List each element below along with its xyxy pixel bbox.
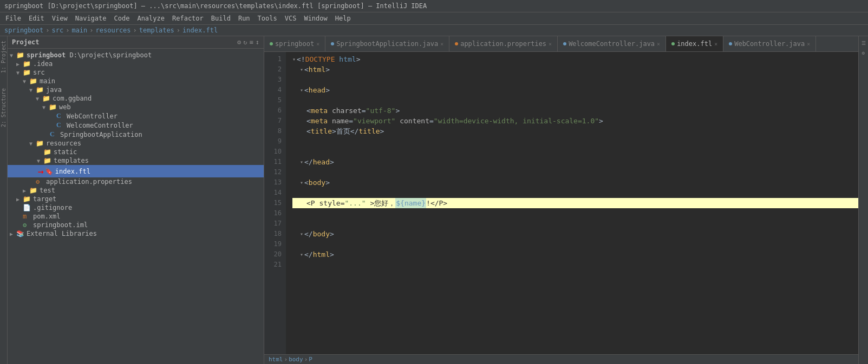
breadcrumb-item-resources[interactable]: resources — [96, 27, 131, 34]
tab-springboot[interactable]: springboot × — [264, 36, 325, 51]
tab-springbootapp[interactable]: SpringbootApplication.java × — [325, 36, 449, 51]
tree-item-com-ggband[interactable]: ▼ 📁 com.ggband — [8, 94, 264, 103]
folder-icon: 📁 — [43, 148, 52, 156]
code-line-5 — [292, 95, 858, 105]
breadcrumb-sep2: › — [304, 356, 308, 363]
code-line-14 — [292, 188, 858, 198]
menu-item-analyze[interactable]: Analyze — [134, 14, 168, 23]
tree-item-webcontroller[interactable]: C WebController — [8, 111, 264, 121]
right-tab-gear[interactable]: ⚙ — [860, 48, 867, 58]
menu-item-window[interactable]: Window — [301, 14, 330, 23]
breadcrumb-bar: springboot › src › main › resources › te… — [0, 25, 868, 36]
folder-icon: 📁 — [29, 187, 38, 194]
tree-item-application-properties[interactable]: ⚙ application.properties — [8, 177, 264, 186]
right-sidebar: ☰ ⚙ — [858, 36, 868, 364]
fold-icon[interactable]: ▾ — [300, 64, 303, 75]
tree-label: .gitignore — [33, 204, 72, 211]
menu-item-tools[interactable]: Tools — [254, 14, 280, 23]
breadcrumb-item-springboot[interactable]: springboot — [4, 27, 43, 34]
panel-action-expand[interactable]: ↕ — [256, 38, 259, 46]
tree-item-pom-xml[interactable]: m pom.xml — [8, 212, 264, 221]
menu-item-help[interactable]: Help — [332, 14, 354, 23]
fold-icon[interactable]: ▾ — [300, 177, 303, 188]
tree-item-templates[interactable]: ▼ 📁 templates — [8, 156, 264, 165]
sidebar-tab-structure[interactable]: 2: Structure — [0, 86, 7, 129]
fold-icon[interactable]: ▾ — [300, 85, 303, 95]
code-editor[interactable]: 12345 678910 1112131415 1617181920 21 ▾ … — [264, 52, 858, 354]
panel-action-collapse[interactable]: ≡ — [250, 38, 253, 46]
tab-welcomecontroller[interactable]: WelcomeController.java × — [558, 36, 666, 51]
ftl-icon: 🔖 — [45, 168, 54, 175]
iml-icon: ⚙ — [23, 221, 31, 229]
tab-close-index-ftl[interactable]: × — [714, 41, 717, 47]
fold-icon[interactable]: ▾ — [300, 249, 303, 260]
tab-webcontroller[interactable]: WebController.java × — [723, 36, 816, 51]
fold-icon[interactable]: ▾ — [300, 229, 303, 239]
code-line-1: ▾ <!DOCTYPE html> — [292, 54, 858, 64]
menu-item-vcs[interactable]: VCS — [282, 14, 300, 23]
tree-item-welcomecontroller[interactable]: C WelcomeController — [8, 121, 264, 130]
tree-item-main[interactable]: ▼ 📁 main — [8, 77, 264, 85]
tree-item-static[interactable]: 📁 static — [8, 148, 264, 156]
tab-application-props[interactable]: application.properties × — [449, 36, 558, 51]
menu-item-file[interactable]: File — [2, 14, 24, 23]
tab-index-ftl[interactable]: index.ftl × — [666, 36, 723, 51]
tree-item-springboot-root[interactable]: ▼ 📁 springboot D:\project\springboot — [8, 51, 264, 59]
tree-label: application.properties — [46, 178, 132, 186]
tree-item-springbootapplication[interactable]: C SpringbootApplication — [8, 130, 264, 139]
tab-icon — [270, 42, 273, 45]
code-line-17 — [292, 219, 858, 229]
tree-item-src[interactable]: ▼ 📁 src — [8, 68, 264, 77]
tab-close-springbootapp[interactable]: × — [440, 41, 443, 47]
menu-item-refactor[interactable]: Refactor — [169, 14, 207, 23]
tree-label: .idea — [33, 60, 53, 68]
tree-label: templates — [54, 157, 89, 164]
tree-item-springboot-iml[interactable]: ⚙ springboot.iml — [8, 221, 264, 229]
tree-item-test[interactable]: ▶ 📁 test — [8, 186, 264, 195]
tab-close-application-props[interactable]: × — [549, 41, 552, 47]
breadcrumb-item-main[interactable]: main — [71, 27, 87, 34]
breadcrumb-p[interactable]: P — [309, 356, 312, 363]
tree-item-target[interactable]: ▶ 📁 target — [8, 195, 264, 203]
tree-item-index-ftl[interactable]: → 🔖 index.ftl — [8, 165, 264, 177]
panel-action-gear[interactable]: ⚙ — [237, 38, 241, 46]
menu-item-edit[interactable]: Edit — [25, 14, 48, 23]
tree-item-external-libraries[interactable]: ▶ 📚 External Libraries — [8, 229, 264, 238]
tree-item-gitignore[interactable]: 📄 .gitignore — [8, 203, 264, 212]
tree-arrow: ▶ — [23, 188, 29, 194]
breadcrumb-item-templates[interactable]: templates — [139, 27, 174, 34]
code-content[interactable]: ▾ <!DOCTYPE html> ▾ <html> ▾ <head> — [286, 52, 858, 354]
tree-item-web[interactable]: ▼ 📁 web — [8, 103, 264, 111]
tree-arrow: ▶ — [16, 196, 23, 202]
menu-item-run[interactable]: Run — [235, 14, 253, 23]
project-tree: ▼ 📁 springboot D:\project\springboot ▶ 📁… — [8, 49, 264, 364]
breadcrumb-body[interactable]: body — [289, 356, 303, 363]
tab-close-springboot[interactable]: × — [316, 41, 319, 47]
breadcrumb-item-indexftl[interactable]: index.ftl — [182, 27, 218, 34]
fold-icon[interactable]: ▾ — [292, 54, 296, 64]
menu-item-code[interactable]: Code — [111, 14, 133, 23]
menu-item-view[interactable]: View — [49, 14, 71, 23]
tree-label: test — [40, 187, 55, 194]
tree-arrow: ▼ — [36, 96, 42, 102]
tree-item-idea[interactable]: ▶ 📁 .idea — [8, 59, 264, 68]
folder-icon: 📁 — [23, 69, 31, 76]
sidebar-tab-project[interactable]: 1: Project — [0, 38, 7, 75]
tree-item-resources[interactable]: ▼ 📁 resources — [8, 139, 264, 148]
right-tab-menu[interactable]: ☰ — [860, 38, 867, 48]
menu-item-navigate[interactable]: Navigate — [72, 14, 110, 23]
fold-icon[interactable]: ▾ — [300, 157, 303, 167]
breadcrumb-item-src[interactable]: src — [51, 27, 63, 34]
panel-action-sync[interactable]: ↻ — [243, 38, 247, 46]
breadcrumb-html[interactable]: html — [269, 356, 283, 363]
red-arrow-icon: → — [38, 166, 44, 177]
breadcrumb-sep1: › — [284, 356, 288, 363]
tab-close-welcomecontroller[interactable]: × — [657, 41, 660, 47]
tree-label: web — [59, 103, 71, 111]
panel-title: Project — [12, 38, 40, 46]
menu-item-build[interactable]: Build — [208, 14, 234, 23]
tree-label: springboot.iml — [33, 221, 88, 229]
tree-item-java[interactable]: ▼ 📁 java — [8, 85, 264, 94]
tab-close-webcontroller[interactable]: × — [807, 41, 810, 47]
tab-bar: springboot × SpringbootApplication.java … — [264, 36, 858, 52]
